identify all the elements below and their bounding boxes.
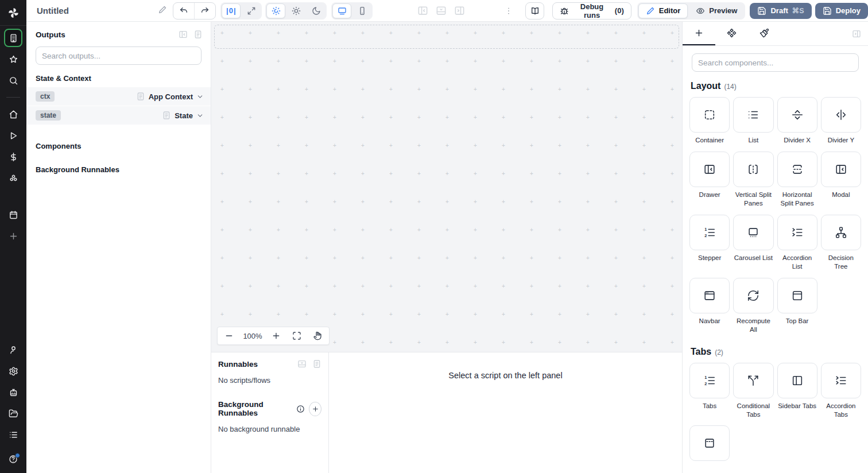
desktop-view-button[interactable]	[332, 3, 351, 18]
canvas-drop-zone[interactable]	[214, 25, 679, 49]
component-card-box[interactable]	[733, 97, 773, 133]
debug-runs-button[interactable]: Debug runs (0)	[552, 2, 631, 20]
rename-app-button[interactable]	[158, 5, 167, 17]
more-menu-button[interactable]	[502, 6, 515, 15]
component-card-box[interactable]	[689, 152, 730, 187]
tab-insert-component[interactable]	[683, 22, 715, 45]
component-card-carousel-list[interactable]: Carousel List	[733, 215, 773, 271]
sidebar-item-workers[interactable]	[4, 383, 22, 401]
add-background-runnable-button[interactable]	[309, 402, 321, 416]
sidebar-item-help[interactable]	[9, 455, 18, 466]
output-row-ctx[interactable]: ctx App Context	[26, 87, 211, 106]
preview-mode-button[interactable]: Preview	[689, 3, 744, 18]
component-card-label: Recompute All	[733, 317, 773, 334]
component-card-box[interactable]	[689, 278, 730, 313]
center-canvas-button[interactable]: |0|	[222, 3, 241, 18]
component-card-box[interactable]	[821, 152, 861, 187]
collapse-components-panel-icon[interactable]	[852, 29, 861, 38]
sidebar-item-logs[interactable]	[4, 425, 22, 444]
component-card-box[interactable]	[777, 152, 817, 187]
panel-right-icon[interactable]	[454, 5, 465, 16]
section-heading-layout: Layout(14)	[691, 81, 860, 91]
sidebar-item-home[interactable]	[4, 105, 22, 123]
zoom-in-button[interactable]	[266, 327, 286, 344]
component-card-box[interactable]	[821, 215, 861, 250]
tab-styling[interactable]	[748, 22, 781, 45]
component-card-box[interactable]: 12	[689, 363, 730, 398]
doc-icon[interactable]	[312, 359, 321, 369]
collapse-runnables-icon[interactable]	[297, 359, 307, 369]
chevron-down-icon[interactable]	[196, 93, 204, 100]
component-card-box[interactable]	[733, 152, 773, 187]
component-card-recompute-all[interactable]: Recompute All	[733, 278, 773, 334]
component-card-divider-x[interactable]: Divider X	[777, 97, 817, 145]
component-card-list[interactable]: List	[733, 97, 773, 145]
sidebar-item-user[interactable]	[4, 340, 22, 359]
component-card-accordion-list[interactable]: Accordion List	[777, 215, 817, 271]
fit-view-button[interactable]	[286, 327, 307, 344]
component-card-decision-tree[interactable]: Decision Tree	[821, 215, 861, 271]
output-row-state[interactable]: state State	[26, 106, 211, 125]
component-card-blank[interactable]	[689, 425, 730, 464]
component-card-modal[interactable]: Modal	[821, 152, 861, 208]
deploy-button[interactable]: Deploy	[815, 3, 868, 19]
chevron-down-icon[interactable]	[196, 112, 204, 119]
zoom-out-button[interactable]	[219, 327, 239, 344]
undo-button[interactable]	[173, 3, 195, 19]
theme-dark-button[interactable]	[307, 3, 326, 18]
component-card-accordion-tabs[interactable]: Accordion Tabs	[821, 363, 861, 419]
component-card-vertical-split-panes[interactable]: Vertical Split Panes	[733, 152, 773, 208]
sidebar-item-schedules[interactable]	[4, 206, 22, 224]
component-card-horizontal-split-panes[interactable]: Horizontal Split Panes	[777, 152, 817, 208]
background-runnables-heading: Background Runnables	[36, 165, 202, 174]
windmill-logo[interactable]	[0, 0, 26, 26]
component-card-box[interactable]	[777, 97, 817, 133]
sidebar-item-search[interactable]	[4, 71, 22, 90]
sidebar-item-variables[interactable]	[4, 148, 22, 166]
sidebar-item-folders[interactable]	[4, 404, 22, 422]
mobile-view-button[interactable]	[352, 3, 371, 18]
sidebar-item-runs[interactable]	[4, 126, 22, 145]
component-card-box[interactable]	[777, 215, 817, 250]
search-components-input[interactable]	[692, 53, 859, 72]
component-card-box[interactable]	[821, 97, 861, 133]
sidebar-item-more[interactable]	[4, 227, 22, 245]
sidebar-item-resources[interactable]	[4, 169, 22, 187]
search-outputs-input[interactable]	[36, 46, 202, 65]
expand-canvas-button[interactable]	[242, 3, 261, 18]
component-card-box[interactable]	[689, 425, 730, 461]
component-card-conditional-tabs[interactable]: Conditional Tabs	[733, 363, 773, 419]
component-card-box[interactable]	[821, 363, 861, 398]
component-card-navbar[interactable]: Navbar	[689, 278, 730, 334]
component-card-top-bar[interactable]: Top Bar	[777, 278, 817, 334]
component-card-divider-y[interactable]: Divider Y	[821, 97, 861, 145]
pan-tool-button[interactable]	[307, 327, 328, 344]
component-card-box[interactable]: 12	[689, 215, 730, 250]
panel-left-icon[interactable]	[417, 5, 428, 16]
component-card-drawer[interactable]: Drawer	[689, 152, 730, 208]
component-card-stepper[interactable]: 12Stepper	[689, 215, 730, 271]
sidebar-item-favorites[interactable]	[4, 50, 22, 68]
redo-button[interactable]	[195, 3, 216, 19]
theme-light-button[interactable]	[286, 3, 305, 18]
tab-component-settings[interactable]	[715, 22, 748, 45]
draft-button[interactable]: Draft ⌘S	[750, 3, 811, 19]
sidebar-item-app-editor[interactable]	[4, 29, 22, 47]
component-card-box[interactable]	[689, 97, 730, 133]
collapse-outputs-icon[interactable]	[179, 30, 188, 39]
component-card-box[interactable]	[733, 278, 773, 313]
component-card-container[interactable]: Container	[689, 97, 730, 145]
docs-button[interactable]	[525, 2, 544, 20]
component-card-tabs[interactable]: 12Tabs	[689, 363, 730, 419]
component-card-box[interactable]	[733, 363, 773, 398]
component-card-box[interactable]	[777, 278, 817, 313]
panel-bottom-icon[interactable]	[436, 5, 447, 16]
app-canvas[interactable]: ++++++++++++++++++++++++++++++++++++++++…	[211, 22, 682, 352]
editor-mode-button[interactable]: Editor	[638, 3, 688, 18]
component-card-box[interactable]	[777, 363, 817, 398]
doc-icon[interactable]	[193, 30, 203, 39]
sidebar-item-settings[interactable]	[4, 362, 22, 380]
component-card-sidebar-tabs[interactable]: Sidebar Tabs	[777, 363, 817, 419]
theme-auto-button[interactable]	[266, 3, 285, 18]
component-card-box[interactable]	[733, 215, 773, 250]
